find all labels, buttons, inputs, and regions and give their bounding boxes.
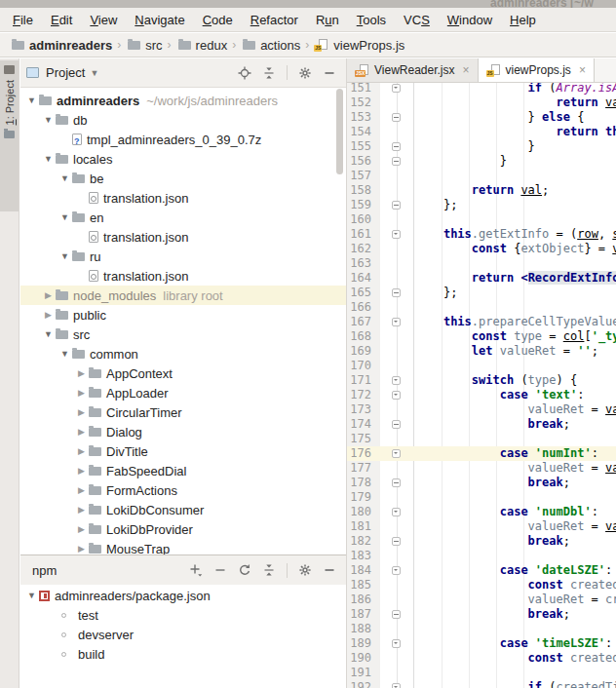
menu-item-refactor[interactable]: Refactor — [242, 13, 307, 27]
code-line-172[interactable]: 172 case 'text': — [347, 388, 616, 402]
expanded-arrow-icon[interactable]: ▼ — [59, 173, 70, 183]
collapsed-arrow-icon[interactable]: ▶ — [76, 544, 87, 554]
collapsed-arrow-icon[interactable]: ▶ — [76, 524, 87, 534]
npm-script-devserver[interactable]: devserver — [20, 625, 346, 644]
code-line-152[interactable]: 152 return val.map — [347, 96, 616, 110]
project-tree-row-apploader[interactable]: ▶AppLoader — [20, 383, 346, 402]
project-tree-row-db[interactable]: ▼db — [20, 110, 346, 130]
fold-expanded-icon[interactable] — [392, 318, 401, 326]
code-line-174[interactable]: 174 break; — [347, 417, 616, 432]
project-tree-row-locales[interactable]: ▼locales — [20, 149, 346, 169]
code-line-185[interactable]: 185 const createdA — [347, 578, 616, 592]
fold-expanded-icon[interactable] — [392, 449, 401, 458]
project-tree-row-translation-json[interactable]: translation.json — [20, 266, 346, 286]
code-line-167[interactable]: 167 this.prepareCellTypeValue — [347, 315, 616, 329]
project-tree-row-lokidbprovider[interactable]: ▶LokiDbProvider — [20, 519, 346, 539]
code-line-186[interactable]: 186 valueRet = cre — [347, 592, 616, 607]
code-line-160[interactable]: 160 — [347, 212, 616, 227]
code-line-192[interactable]: 192 if (createdTim — [347, 680, 616, 688]
settings-icon[interactable] — [298, 563, 312, 577]
expanded-arrow-icon[interactable]: ▼ — [43, 154, 54, 164]
fold-collapsed-icon[interactable] — [392, 610, 401, 619]
fold-collapsed-icon[interactable] — [392, 478, 401, 487]
expanded-arrow-icon[interactable]: ▼ — [26, 591, 37, 600]
code-line-181[interactable]: 181 valueRet = val — [347, 519, 616, 534]
code-line-187[interactable]: 187 break; — [347, 607, 616, 622]
hide-icon[interactable] — [323, 66, 336, 80]
fold-expanded-icon[interactable] — [392, 639, 401, 648]
collapsed-arrow-icon[interactable]: ▶ — [76, 427, 87, 437]
code-line-190[interactable]: 190 const createdT — [347, 651, 616, 666]
code-line-170[interactable]: 170 — [347, 359, 616, 373]
fold-expanded-icon[interactable] — [392, 391, 401, 400]
collapse-all-icon[interactable] — [262, 563, 276, 577]
expanded-arrow-icon[interactable]: ▼ — [59, 349, 70, 359]
menu-item-file[interactable]: File — [4, 13, 42, 27]
code-line-161[interactable]: 161 this.getExtInfo = (row, sc — [347, 227, 616, 242]
breadcrumb-item-viewprops-js[interactable]: JSviewProps.js — [312, 38, 406, 53]
code-line-189[interactable]: 189 case 'timeLSZE': — [347, 636, 616, 651]
code-line-169[interactable]: 169 let valueRet = ''; — [347, 344, 616, 359]
project-tree-scrollbar[interactable] — [336, 89, 343, 174]
breadcrumb-item-actions[interactable]: actions — [239, 38, 302, 53]
fold-collapsed-icon[interactable] — [392, 288, 401, 297]
collapsed-arrow-icon[interactable]: ▶ — [76, 407, 87, 417]
code-line-179[interactable]: 179 — [347, 490, 616, 505]
npm-root-row[interactable]: ▼adminreaders/package.json — [20, 586, 346, 605]
project-tree-row-node-modules[interactable]: ▶node_moduleslibrary root — [20, 286, 346, 305]
fold-collapsed-icon[interactable] — [392, 142, 401, 151]
menu-item-run[interactable]: Run — [307, 13, 348, 27]
code-line-162[interactable]: 162 const {extObject} = vi — [347, 242, 616, 256]
tab-viewreader-jsx[interactable]: JSXViewReader.jsx× — [347, 58, 479, 82]
chevron-down-icon[interactable]: ▼ — [90, 68, 98, 78]
project-tree-row-ru[interactable]: ▼ru — [20, 247, 346, 266]
code-line-191[interactable]: 191 — [347, 666, 616, 680]
expanded-arrow-icon[interactable]: ▼ — [26, 96, 37, 105]
fold-collapsed-icon[interactable] — [392, 201, 401, 210]
code-line-153[interactable]: 153 } else { — [347, 110, 616, 125]
project-tree-row-adminreaders[interactable]: ▼adminreaders~/work/js/adminreaders — [20, 91, 346, 110]
menu-item-code[interactable]: Code — [194, 13, 242, 27]
breadcrumb-item-adminreaders[interactable]: adminreaders — [8, 38, 114, 53]
project-tree-row-divtitle[interactable]: ▶DivTitle — [20, 441, 346, 461]
refresh-icon[interactable] — [238, 563, 251, 577]
fold-collapsed-icon[interactable] — [392, 420, 401, 429]
menu-item-navigate[interactable]: Navigate — [126, 13, 193, 27]
close-tab-icon[interactable]: × — [579, 63, 586, 77]
close-tab-icon[interactable]: × — [463, 63, 470, 77]
code-line-154[interactable]: 154 return this.ge — [347, 125, 616, 139]
menu-item-view[interactable]: View — [81, 13, 126, 27]
collapsed-arrow-icon[interactable]: ▶ — [43, 290, 54, 300]
project-tree-row-appcontext[interactable]: ▶AppContext — [20, 363, 346, 383]
fold-collapsed-icon[interactable] — [392, 537, 401, 546]
fold-expanded-icon[interactable] — [392, 508, 401, 516]
menu-item-window[interactable]: Window — [439, 13, 501, 27]
collapsed-arrow-icon[interactable]: ▶ — [76, 368, 87, 378]
code-line-157[interactable]: 157 — [347, 169, 616, 183]
code-line-168[interactable]: 168 const type = col['_typ — [347, 329, 616, 344]
collapsed-arrow-icon[interactable]: ▶ — [76, 466, 87, 476]
expanded-arrow-icon[interactable]: ▼ — [43, 329, 54, 339]
collapsed-arrow-icon[interactable]: ▶ — [76, 446, 87, 456]
fold-expanded-icon[interactable] — [392, 84, 401, 93]
project-tree-row-circulartimer[interactable]: ▶CircularTimer — [20, 402, 346, 422]
collapse-all-icon[interactable] — [262, 66, 276, 80]
project-tree-row-translation-json[interactable]: translation.json — [20, 227, 346, 247]
collapsed-arrow-icon[interactable]: ▶ — [76, 505, 87, 515]
collapsed-arrow-icon[interactable]: ▶ — [76, 388, 87, 398]
code-line-164[interactable]: 164 return <RecordExtInfoC — [347, 271, 616, 286]
project-tree-row-lokidbconsumer[interactable]: ▶LokiDbConsumer — [20, 500, 346, 519]
project-tree-row-public[interactable]: ▶public — [20, 305, 346, 325]
fold-expanded-icon[interactable] — [392, 376, 401, 385]
remove-icon[interactable] — [213, 563, 227, 577]
code-line-158[interactable]: 158 return val; — [347, 183, 616, 198]
settings-icon[interactable] — [298, 66, 312, 80]
project-tool-window-button[interactable]: 1: Project — [0, 60, 19, 211]
code-line-183[interactable]: 183 — [347, 549, 616, 563]
expanded-arrow-icon[interactable]: ▼ — [59, 251, 70, 261]
expanded-arrow-icon[interactable]: ▼ — [59, 212, 70, 222]
code-line-156[interactable]: 156 } — [347, 154, 616, 169]
breadcrumb-item-redux[interactable]: redux — [174, 38, 230, 53]
code-line-177[interactable]: 177 valueRet = val — [347, 461, 616, 476]
project-tree-row-formactions[interactable]: ▶FormActions — [20, 480, 346, 500]
